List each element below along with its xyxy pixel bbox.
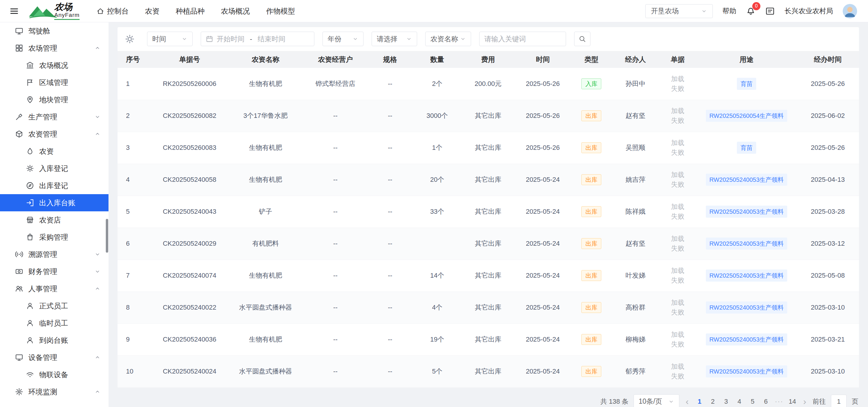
cell-qty: 19个 (413, 323, 461, 355)
cell-receipt: 加载失败 (659, 323, 696, 355)
nav-item-planting-varieties[interactable]: 种植品种 (176, 6, 205, 16)
farm-select[interactable]: 开垦农场 (645, 4, 713, 18)
cell-fee: 其它出库 (461, 100, 515, 132)
prev-page-button[interactable]: ‹ (684, 397, 690, 406)
keyword-input[interactable] (479, 32, 566, 46)
nav-item-console[interactable]: 控制台 (96, 6, 129, 16)
farm-select-value: 开垦农场 (651, 6, 679, 16)
cell-usage: RW202505240053生产领料 (696, 164, 797, 196)
sidebar-item-supplies[interactable]: 农资 (0, 143, 108, 160)
cell-qty: 1个 (413, 132, 461, 164)
usage-link[interactable]: RW202505260054生产领料 (706, 110, 787, 122)
cell-no: 1 (118, 68, 152, 100)
nav-item-label: 种植品种 (176, 6, 205, 16)
sidebar-item-plot-management[interactable]: 地块管理 (0, 91, 108, 108)
sidebar-item-dashboard[interactable]: 驾驶舱 (0, 22, 108, 39)
cell-merchant: -- (304, 355, 367, 387)
sidebar-item-supplies-management[interactable]: 农资管理 (0, 125, 108, 143)
page-number-14[interactable]: 14 (788, 398, 797, 406)
type-badge: 出库 (581, 206, 601, 217)
gear-icon[interactable] (125, 34, 135, 44)
device-icon (15, 353, 23, 362)
sidebar-item-formal-employees[interactable]: 正式员工 (0, 297, 108, 314)
usage-link[interactable]: RW202505240053生产领料 (706, 366, 787, 377)
page-number-5[interactable]: 5 (748, 398, 757, 406)
sidebar-item-temp-employees[interactable]: 临时员工 (0, 314, 108, 332)
nav-item-supplies[interactable]: 农资 (145, 6, 159, 16)
receipt-load-failed: 加载失败 (670, 330, 686, 349)
sidebar-item-finance-management[interactable]: 财务管理 (0, 263, 108, 280)
sidebar-item-outbound-registration[interactable]: 出库登记 (0, 177, 108, 194)
nav-item-crop-model[interactable]: 作物模型 (266, 6, 295, 16)
cell-merchant: -- (304, 259, 367, 291)
sidebar-item-inout-ledger[interactable]: 出入库台账 (0, 194, 108, 211)
receipt-load-failed: 加载失败 (670, 138, 686, 157)
usage-link[interactable]: RW202505240053生产领料 (706, 238, 787, 250)
search-button[interactable] (574, 32, 590, 46)
page-number-1[interactable]: 1 (695, 398, 704, 406)
page-unit-label: 页 (852, 397, 858, 406)
page-size-select[interactable]: 10条/页 (633, 394, 679, 407)
message-icon[interactable] (765, 6, 775, 16)
usage-link[interactable]: RW202505240053生产领料 (706, 206, 787, 218)
cell-no: 4 (118, 164, 152, 196)
type-select-placeholder: 请选择 (377, 34, 398, 44)
nav-item-farm-overview[interactable]: 农场概况 (221, 6, 250, 16)
sidebar-item-device-management[interactable]: 设备管理 (0, 349, 108, 366)
sidebar-item-trace-management[interactable]: 溯源管理 (0, 246, 108, 263)
page-number-3[interactable]: 3 (721, 398, 731, 406)
sidebar-item-production-management[interactable]: 生产管理 (0, 108, 108, 125)
cell-operator: 赵有坚 (612, 100, 659, 132)
sidebar-item-supplies-store[interactable]: 农资店 (0, 211, 108, 228)
cell-usage-time: 2025-03-10 (797, 355, 859, 387)
sidebar-item-purchase-management[interactable]: 采购管理 (0, 228, 108, 246)
sidebar-item-farm-management[interactable]: 农场管理 (0, 39, 108, 57)
usage-link[interactable]: RW202505240053生产领料 (706, 302, 787, 314)
usage-link[interactable]: RW202505240053生产领料 (706, 174, 787, 186)
supplies-name-select[interactable]: 农资名称 (425, 32, 471, 46)
date-range-picker[interactable]: 开始时间 - 结束时间 (201, 32, 314, 46)
cell-usage-time: 2025-03-12 (797, 228, 859, 259)
sidebar-item-inbound-registration[interactable]: 入库登记 (0, 160, 108, 177)
goto-page-input[interactable] (831, 395, 846, 407)
overview-icon (26, 61, 34, 69)
sidebar-item-farm-overview[interactable]: 农场概况 (0, 57, 108, 74)
type-badge: 出库 (581, 174, 601, 185)
notification-bell[interactable]: 0 (746, 6, 755, 17)
time-type-select[interactable]: 时间 (147, 32, 193, 46)
sidebar-item-hr-management[interactable]: 人事管理 (0, 280, 108, 297)
page-number-6[interactable]: 6 (761, 398, 770, 406)
cell-usage-time: 2025-06-02 (797, 100, 859, 132)
cell-operator: 姚吉萍 (612, 164, 659, 196)
main-content: 时间 开始时间 - 结束时间 年份 请选择 农资名称 (108, 22, 868, 407)
sidebar-item-environment-monitoring[interactable]: 环境监测 (0, 383, 108, 400)
usage-link[interactable]: RW202505240053生产领料 (706, 270, 787, 282)
cell-operator: 陈祥娥 (612, 196, 659, 228)
sidebar-item-iot-devices[interactable]: 物联设备 (0, 366, 108, 383)
year-select[interactable]: 年份 (322, 32, 364, 46)
usage-link[interactable]: RW202505240053生产领料 (706, 334, 787, 345)
cell-doc: CK202505260082 (152, 100, 227, 132)
avatar[interactable] (843, 4, 857, 19)
cell-qty: 5个 (413, 355, 461, 387)
sidebar-item-label: 区域管理 (39, 78, 68, 87)
sidebar-scrollbar-thumb[interactable] (106, 219, 108, 253)
sidebar-item-attendance-ledger[interactable]: 到岗台账 (0, 332, 108, 349)
help-link[interactable]: 帮助 (722, 6, 736, 16)
cell-receipt: 加载失败 (659, 164, 696, 196)
sidebar-item-region-management[interactable]: 区域管理 (0, 74, 108, 91)
type-badge: 出库 (581, 270, 601, 281)
cell-doc: CK202505240074 (152, 259, 227, 291)
cell-usage: RW202505240053生产领料 (696, 259, 797, 291)
menu-icon[interactable] (9, 7, 19, 16)
purchase-icon (26, 233, 34, 241)
chevron-down-icon (94, 268, 101, 275)
usage-link[interactable]: 育苗 (737, 78, 756, 90)
type-select[interactable]: 请选择 (372, 32, 417, 46)
page-number-4[interactable]: 4 (735, 398, 744, 406)
next-page-button[interactable]: › (802, 397, 807, 406)
usage-link[interactable]: 育苗 (737, 142, 756, 154)
receipt-load-failed: 加载失败 (670, 266, 686, 285)
cell-usage: RW202505260054生产领料 (696, 100, 797, 132)
page-number-2[interactable]: 2 (708, 398, 717, 406)
